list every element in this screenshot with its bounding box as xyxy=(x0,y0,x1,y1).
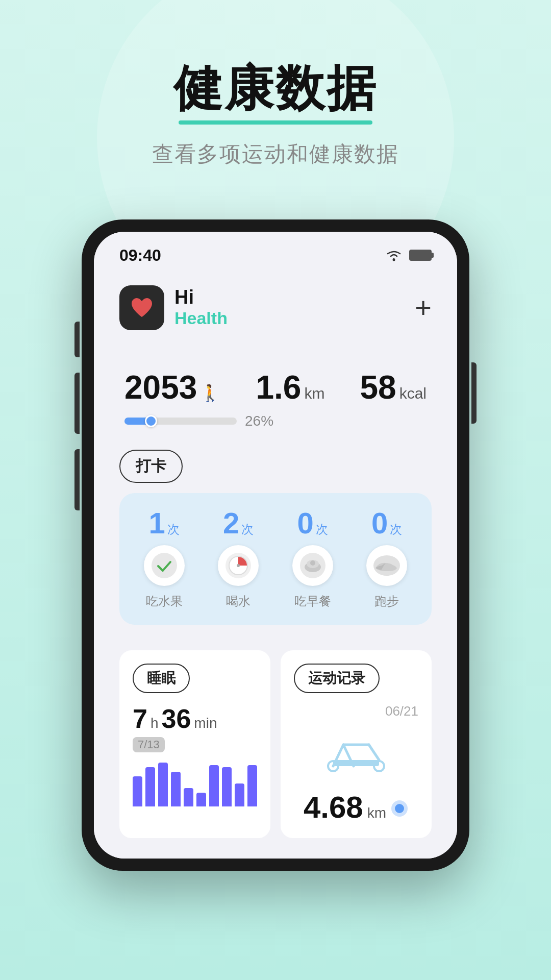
svg-rect-10 xyxy=(333,760,379,766)
activity-card-breakfast[interactable]: 0 次 吃早餐 xyxy=(278,508,347,609)
heart-icon xyxy=(129,295,155,321)
svg-point-8 xyxy=(310,560,315,566)
run-count-row: 0 次 xyxy=(371,508,402,538)
app-logo-area: Hi Health xyxy=(119,285,228,330)
main-title: 健康数据 xyxy=(20,61,531,115)
distance-unit: km xyxy=(304,385,324,402)
activity-card-run[interactable]: 0 次 跑步 xyxy=(353,508,422,609)
activity-card-fruit[interactable]: 1 次 吃水果 xyxy=(130,508,199,609)
water-label: 喝水 xyxy=(226,593,251,609)
app-hi-label: Hi xyxy=(174,287,228,308)
sleep-bar xyxy=(158,763,168,806)
fruit-checkmark-icon xyxy=(151,552,178,579)
sleep-bar xyxy=(171,772,181,806)
sleep-bar xyxy=(222,767,232,806)
progress-percent: 26% xyxy=(245,413,273,429)
sleep-section: 睡眠 7 h 36 min 7/13 xyxy=(119,650,270,838)
sleep-bar xyxy=(184,788,193,806)
exercise-tag[interactable]: 运动记录 xyxy=(294,664,380,693)
walking-icon: 🚶 xyxy=(200,383,220,403)
sleep-bar xyxy=(145,767,155,806)
run-count: 0 xyxy=(371,508,388,538)
svg-point-1 xyxy=(152,553,177,578)
exercise-date: 06/21 xyxy=(294,703,418,719)
run-icon-circle xyxy=(366,545,407,586)
shoe-icon xyxy=(371,552,402,579)
activity-grid: 1 次 吃水果 2 xyxy=(119,493,432,625)
phone-wrapper: 09:40 xyxy=(82,219,469,871)
side-button-left-1 xyxy=(74,322,80,357)
steps-stat: 2053 🚶 xyxy=(124,371,220,404)
phone-screen: 09:40 xyxy=(94,232,457,859)
progress-bar-fill xyxy=(124,418,154,425)
sleep-chart xyxy=(133,761,257,806)
exercise-section: 运动记录 06/21 xyxy=(281,650,432,838)
title-underline xyxy=(179,120,372,125)
fruit-count-row: 1 次 xyxy=(149,508,180,538)
side-button-left-2 xyxy=(74,373,80,434)
progress-area: 26% xyxy=(119,404,432,445)
app-health-label: Health xyxy=(174,308,228,328)
checkin-tag[interactable]: 打卡 xyxy=(119,450,183,483)
breakfast-icon xyxy=(299,552,327,579)
activity-card-water[interactable]: 2 次 喝水 xyxy=(204,508,273,609)
top-section: 健康数据 查看多项运动和健康数据 xyxy=(0,0,551,199)
stats-row: 2053 🚶 1.6 km 58 kcal xyxy=(119,351,432,404)
sleep-bar xyxy=(209,765,219,806)
status-time: 09:40 xyxy=(119,246,161,265)
sleep-hours-unit: h xyxy=(151,715,159,731)
sleep-minutes-unit: min xyxy=(194,715,217,731)
run-unit: 次 xyxy=(390,521,402,537)
svg-point-4 xyxy=(237,564,240,567)
water-count: 2 xyxy=(223,508,239,538)
water-unit: 次 xyxy=(241,521,254,537)
app-name-area: Hi Health xyxy=(174,287,228,328)
fruit-icon-circle xyxy=(144,545,185,586)
water-icon xyxy=(224,552,252,579)
breakfast-icon-circle xyxy=(292,545,333,586)
calories-stat: 58 kcal xyxy=(360,371,427,404)
app-header: Hi Health + xyxy=(94,270,457,340)
exercise-distance-row: 4.68 km xyxy=(294,790,418,825)
exercise-icon xyxy=(390,799,409,818)
sleep-bar xyxy=(247,765,257,806)
sleep-tag[interactable]: 睡眠 xyxy=(133,664,190,693)
sleep-bar xyxy=(235,783,244,806)
svg-line-16 xyxy=(369,745,379,760)
svg-point-18 xyxy=(395,804,404,813)
content-area: 2053 🚶 1.6 km 58 kcal xyxy=(94,340,457,859)
steps-value: 2053 xyxy=(124,371,197,404)
side-button-left-3 xyxy=(74,449,80,510)
svg-point-0 xyxy=(393,259,395,261)
run-label: 跑步 xyxy=(374,593,399,609)
distance-value: 1.6 xyxy=(256,371,301,404)
status-icons xyxy=(385,249,432,262)
wifi-icon xyxy=(385,249,403,262)
sleep-time-row: 7 h 36 min xyxy=(133,703,257,734)
add-button[interactable]: + xyxy=(415,293,432,322)
status-bar: 09:40 xyxy=(94,232,457,270)
calories-value: 58 xyxy=(360,371,396,404)
breakfast-unit: 次 xyxy=(316,521,328,537)
breakfast-label: 吃早餐 xyxy=(294,593,331,609)
fruit-unit: 次 xyxy=(167,521,180,537)
sleep-bar xyxy=(133,776,142,806)
breakfast-count-row: 0 次 xyxy=(297,508,328,538)
sleep-badge: 7/13 xyxy=(133,737,165,752)
phone-frame: 09:40 xyxy=(82,219,469,871)
exercise-distance-unit: km xyxy=(367,805,386,821)
distance-stat: 1.6 km xyxy=(256,371,324,404)
progress-bar-bg xyxy=(124,418,237,425)
breakfast-count: 0 xyxy=(297,508,314,538)
sleep-hours: 7 xyxy=(133,703,147,734)
fruit-label: 吃水果 xyxy=(146,593,183,609)
app-icon xyxy=(119,285,164,330)
sleep-minutes: 36 xyxy=(162,703,191,734)
water-icon-circle xyxy=(218,545,259,586)
bottom-sections: 睡眠 7 h 36 min 7/13 xyxy=(119,650,432,838)
side-button-right xyxy=(471,362,477,424)
exercise-distance-value: 4.68 xyxy=(304,790,363,825)
subtitle: 查看多项运动和健康数据 xyxy=(20,140,531,168)
fruit-count: 1 xyxy=(149,508,165,538)
treadmill-icon xyxy=(323,729,389,786)
